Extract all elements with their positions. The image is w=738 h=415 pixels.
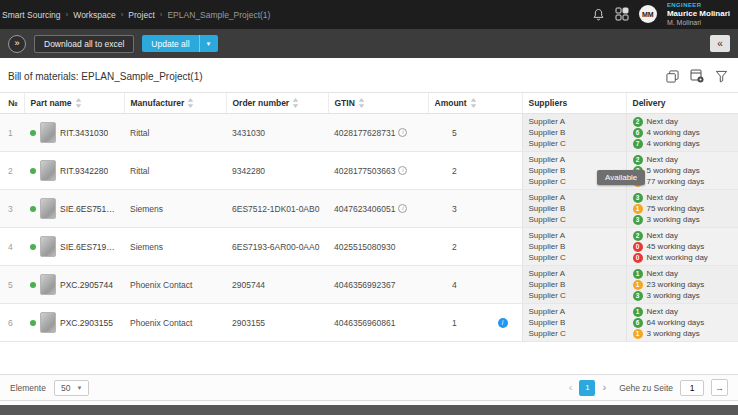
page-button[interactable]: 1: [579, 380, 595, 396]
column-header-part-name[interactable]: Part name: [24, 93, 124, 114]
part-name-label: RIT.9342280: [60, 166, 108, 176]
previous-page-icon[interactable]: ‹: [569, 382, 573, 393]
part-name-cell[interactable]: RIT.9342280: [24, 152, 124, 190]
column-header-gtin[interactable]: GTIN: [328, 93, 428, 114]
copy-icon[interactable]: [666, 70, 679, 83]
part-name-label: SIE.6ES7193-6AR...: [60, 242, 118, 252]
apps-grid-icon[interactable]: [615, 7, 629, 21]
column-header-delivery[interactable]: Delivery: [626, 93, 738, 114]
goto-page-input[interactable]: [680, 380, 704, 396]
expand-panel-button[interactable]: »: [8, 35, 26, 53]
delivery-text: 3 working days: [647, 328, 700, 339]
manufacturer-cell: Phoenix Contact: [124, 266, 226, 304]
bell-icon[interactable]: [592, 8, 605, 21]
table-row[interactable]: 1RIT.3431030Rittal34310304028177628731i5…: [0, 114, 738, 152]
info-icon[interactable]: i: [398, 128, 407, 137]
pagination-footer: Elemente 50 ▼ ‹ 1 › Gehe zu Seite →: [0, 374, 738, 401]
update-all-label: Update all: [142, 35, 198, 52]
column-header-order-number[interactable]: Order number: [226, 93, 328, 114]
supplier-label: Supplier B: [529, 203, 620, 214]
column-header-suppliers[interactable]: Suppliers: [522, 93, 626, 114]
amount-wrap: 1i: [434, 318, 516, 328]
collapse-panel-button[interactable]: «: [710, 35, 730, 52]
sort-icon: [358, 98, 365, 108]
column-header-amount[interactable]: Amount: [428, 93, 522, 114]
part-name-cell[interactable]: PXC.2903155: [24, 304, 124, 342]
breadcrumb-item-project[interactable]: Project: [128, 10, 154, 20]
amount-cell: 2: [428, 228, 522, 266]
availability-badge: 1: [633, 329, 643, 339]
delivery-text: 75 working days: [647, 203, 705, 214]
gtin-value: 4047623406051: [334, 204, 395, 214]
delivery-text: 3 working days: [647, 290, 700, 301]
delivery-text: Next day: [647, 306, 679, 317]
availability-badge: 3: [633, 291, 643, 301]
breadcrumb: Smart Sourcing › Workspace › Project › E…: [2, 10, 270, 20]
info-icon[interactable]: i: [398, 204, 407, 213]
part-name-cell[interactable]: RIT.3431030: [24, 114, 124, 152]
filter-icon[interactable]: [715, 70, 728, 83]
chevron-down-icon[interactable]: ▼: [199, 35, 218, 52]
table-row[interactable]: 3SIE.6ES7512-1DK...Siemens6ES7512-1DK01-…: [0, 190, 738, 228]
supplier-label: Supplier A: [529, 230, 620, 241]
breadcrumb-separator-icon: ›: [66, 10, 69, 19]
amount-cell: 4: [428, 266, 522, 304]
supplier-label: Supplier C: [529, 138, 620, 149]
delivery-text: 77 working days: [647, 176, 705, 187]
amount-value: 4: [452, 280, 457, 290]
info-icon[interactable]: i: [398, 166, 407, 175]
manufacturer-cell: Phoenix Contact: [124, 304, 226, 342]
download-excel-button[interactable]: Download all to excel: [34, 35, 134, 53]
availability-badge: 1: [633, 204, 643, 214]
part-wrap: PXC.2905744: [30, 274, 118, 295]
delivery-text: Next day: [647, 268, 679, 279]
bom-table-body: 1RIT.3431030Rittal34310304028177628731i5…: [0, 114, 738, 342]
status-dot-icon: [30, 206, 36, 212]
bom-table: № Part name Manufacturer Order number GT…: [0, 92, 738, 342]
avatar[interactable]: MM: [639, 5, 657, 23]
suppliers-cell: Supplier ASupplier BSupplier C: [522, 266, 626, 304]
table-row[interactable]: 6PXC.2903155Phoenix Contact2903155404635…: [0, 304, 738, 342]
amount-wrap: 4: [434, 280, 516, 290]
delivery-line: 1Next day: [633, 306, 733, 317]
part-thumbnail: [40, 312, 56, 333]
delivery-line: 13 working days: [633, 328, 733, 339]
table-header-row: № Part name Manufacturer Order number GT…: [0, 93, 738, 114]
availability-badge: 2: [633, 231, 643, 241]
goto-page-button[interactable]: →: [711, 379, 728, 396]
part-wrap: SIE.6ES7193-6AR...: [30, 236, 118, 257]
table-row[interactable]: 5PXC.2905744Phoenix Contact2905744404635…: [0, 266, 738, 304]
elements-label: Elemente: [10, 383, 46, 393]
breadcrumb-item-app[interactable]: Smart Sourcing: [2, 10, 61, 20]
delivery-cell: 3Next day175 working days33 working days: [626, 190, 738, 228]
supplier-label: Supplier C: [529, 290, 620, 301]
gtin-value: 4025515080930: [334, 242, 395, 252]
column-header-number[interactable]: №: [0, 93, 24, 114]
amount-wrap: 2: [434, 242, 516, 252]
table-row[interactable]: 4SIE.6ES7193-6AR...Siemens6ES7193-6AR00-…: [0, 228, 738, 266]
amount-value: 3: [452, 204, 457, 214]
part-name-cell[interactable]: SIE.6ES7512-1DK...: [24, 190, 124, 228]
status-dot-icon: [30, 168, 36, 174]
amount-wrap: 5: [434, 128, 516, 138]
info-icon-blue[interactable]: i: [498, 318, 508, 328]
next-page-icon[interactable]: ›: [602, 382, 606, 393]
delivery-text: Next day: [647, 192, 679, 203]
column-header-manufacturer[interactable]: Manufacturer: [124, 93, 226, 114]
order-number-cell: 6ES7193-6AR00-0AA0: [226, 228, 328, 266]
table-settings-icon[interactable]: [690, 69, 704, 83]
user-info[interactable]: ENGINEER Maurice Molinari M. Molinari: [667, 2, 730, 27]
breadcrumb-item-workspace[interactable]: Workspace: [73, 10, 115, 20]
amount-cell: 5: [428, 114, 522, 152]
part-wrap: RIT.9342280: [30, 160, 118, 181]
page-size-select[interactable]: 50 ▼: [54, 380, 89, 396]
breadcrumb-separator-icon: ›: [121, 10, 124, 19]
update-all-button[interactable]: Update all ▼: [142, 35, 217, 52]
availability-badge: 3: [633, 215, 643, 225]
delivery-line: 3Next day: [633, 192, 733, 203]
part-name-cell[interactable]: PXC.2905744: [24, 266, 124, 304]
part-name-cell[interactable]: SIE.6ES7193-6AR...: [24, 228, 124, 266]
gtin-value: 4046356960861: [334, 318, 395, 328]
manufacturer-cell: Rittal: [124, 114, 226, 152]
gtin-value: 4028177503663: [334, 166, 395, 176]
